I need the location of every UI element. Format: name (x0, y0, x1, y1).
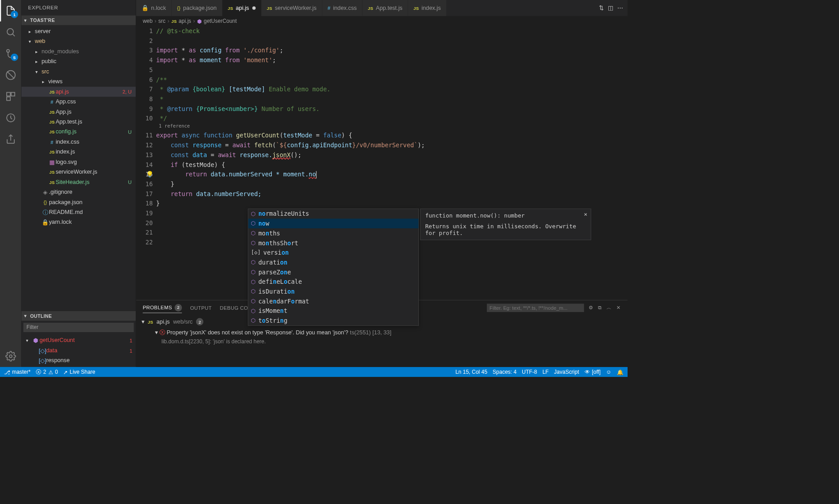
breadcrumb[interactable]: web› src› JSapi.js› ⬢getUserCount (136, 16, 628, 26)
suggest-item[interactable]: ⬡defineLocale (248, 277, 418, 287)
svg-point-1 (7, 50, 9, 52)
more-icon[interactable]: ⋯ (617, 4, 623, 12)
tree-node-modules[interactable]: node_modules (22, 47, 136, 56)
suggest-item[interactable]: [◇]version (248, 248, 418, 258)
tree-indexjs[interactable]: JSindex.js (22, 147, 136, 157)
problem-subitem[interactable]: lib.dom.d.ts[2230, 5]: 'json' is declare… (142, 337, 622, 346)
tree-web[interactable]: web (22, 37, 136, 47)
suggest-item[interactable]: ⬡months (248, 228, 418, 238)
tab-indexjs[interactable]: JSindex.js (408, 0, 447, 16)
tree-pkg[interactable]: {}package.json (22, 197, 136, 207)
split-icon[interactable]: ◫ (608, 4, 613, 12)
tree-apptest[interactable]: JSApp.test.js (22, 117, 136, 127)
suggest-item[interactable]: ⬡toString (248, 316, 418, 325)
status-eol[interactable]: LF (542, 369, 549, 375)
svg-rect-5 (11, 92, 15, 96)
explorer-badge: 1 (11, 11, 18, 18)
suggest-item[interactable]: ⬡isMoment (248, 306, 418, 316)
section-project[interactable]: ▾ TOAST'RE (22, 15, 136, 25)
activity-extensions[interactable] (0, 85, 22, 107)
outline-filter[interactable]: Filter (23, 323, 133, 332)
scm-badge: 5 (11, 54, 18, 61)
status-liveshare[interactable]: ↗ Live Share (63, 369, 95, 375)
activity-explorer[interactable]: 1 (0, 0, 22, 21)
close-panel-icon[interactable]: ✕ (616, 305, 621, 311)
dirty-icon (252, 6, 255, 9)
suggest-item[interactable]: ⬡parseZone (248, 267, 418, 277)
activity-scm[interactable]: 5 (0, 43, 22, 64)
svg-point-0 (7, 29, 13, 35)
editor-body[interactable]: 12345678910 111213141516171819202122 // … (136, 26, 628, 300)
status-bar: ⎇ master* ⓧ 2 ⚠ 0 ↗ Live Share Ln 15, Co… (0, 367, 628, 377)
editor-group: 🔒n.lock {}package.json JSapi.js JSservic… (136, 0, 628, 367)
file-tree: server web node_modules public src views… (22, 25, 136, 311)
compare-icon[interactable]: ⇅ (599, 4, 603, 12)
tab-sw[interactable]: JSserviceWorker.js (262, 0, 323, 16)
status-ts[interactable]: 👁 [off] (585, 369, 601, 375)
tab-package[interactable]: {}package.json (172, 0, 222, 16)
panel-tab-problems[interactable]: PROBLEMS2 (143, 303, 182, 313)
code-lens[interactable]: 1 reference (156, 123, 628, 130)
outline-response[interactable]: [◇]response (22, 355, 136, 365)
suggest-item[interactable]: ⬡calendarFormat (248, 296, 418, 306)
tree-server[interactable]: server (22, 26, 136, 36)
outline-data[interactable]: [◇]data1 (22, 346, 136, 355)
status-lang[interactable]: JavaScript (554, 369, 579, 375)
svg-rect-6 (7, 97, 10, 100)
suggest-item[interactable]: ⬡normalizeUnits (248, 209, 418, 219)
activity-search[interactable] (0, 21, 22, 43)
sidebar-title: EXPLORER (22, 0, 136, 15)
tab-yarn[interactable]: 🔒n.lock (136, 0, 172, 16)
tree-gitignore[interactable]: ◈.gitignore (22, 187, 136, 197)
outline-tree: ⬢getUserCount1 [◇]data1 [◇]response (22, 334, 136, 367)
close-icon[interactable]: × (584, 211, 588, 218)
panel-tab-output[interactable]: OUTPUT (190, 303, 211, 312)
suggest-detail: × function moment.now(): number Returns … (420, 209, 591, 240)
tree-sw[interactable]: JSserviceWorker.js (22, 167, 136, 177)
problem-item[interactable]: ▾ ⓧ Property 'jsonX' does not exist on t… (142, 327, 622, 337)
suggest-widget[interactable]: ⬡normalizeUnits ⬡now ⬡months ⬡monthsShor… (248, 209, 419, 326)
line-gutter: 12345678910 111213141516171819202122 (136, 26, 156, 300)
tab-bar: 🔒n.lock {}package.json JSapi.js JSservic… (136, 0, 628, 16)
suggest-item[interactable]: ⬡isDuration (248, 286, 418, 296)
outline-fn[interactable]: ⬢getUserCount1 (22, 335, 136, 345)
svg-rect-4 (7, 92, 10, 96)
activity-debug[interactable] (0, 64, 22, 86)
tree-yarn[interactable]: 🔒yarn.lock (22, 217, 136, 227)
collapse-icon[interactable]: ⧉ (598, 305, 602, 311)
activity-bar: 1 5 (0, 0, 22, 367)
tree-appcss[interactable]: #App.css (22, 97, 136, 107)
status-spaces[interactable]: Spaces: 4 (493, 369, 516, 375)
tree-src[interactable]: src (22, 67, 136, 77)
sidebar: EXPLORER ▾ TOAST'RE server web node_modu… (22, 0, 136, 367)
suggest-item-selected[interactable]: ⬡now (248, 218, 418, 228)
status-errors[interactable]: ⓧ 2 ⚠ 0 (36, 368, 58, 376)
status-cursor[interactable]: Ln 15, Col 45 (456, 369, 487, 375)
activity-settings[interactable] (0, 346, 22, 367)
section-outline[interactable]: ▾ OUTLINE (22, 311, 136, 320)
tab-apptest[interactable]: JSApp.test.js (362, 0, 408, 16)
status-feedback-icon[interactable]: ☺ (606, 369, 611, 375)
tab-indexcss[interactable]: #index.css (322, 0, 362, 16)
activity-share[interactable] (0, 128, 22, 150)
tree-indexcss[interactable]: #index.css (22, 137, 136, 147)
tree-sh[interactable]: JSSiteHeader.jsU (22, 177, 136, 187)
tree-api[interactable]: JSapi.js2, U (22, 87, 136, 97)
filter-settings-icon[interactable]: ⚙ (589, 305, 593, 311)
tree-public[interactable]: public (22, 56, 136, 66)
tree-readme[interactable]: ⓘREADME.md (22, 207, 136, 217)
tree-appjs[interactable]: JSApp.js (22, 107, 136, 117)
tree-views[interactable]: views (22, 77, 136, 86)
tab-api[interactable]: JSapi.js (222, 0, 261, 16)
lightbulb-icon[interactable]: 💡 (146, 169, 153, 179)
suggest-item[interactable]: ⬡duration (248, 257, 418, 267)
tree-config[interactable]: JSconfig.jsU (22, 127, 136, 137)
status-bell-icon[interactable]: 🔔 (617, 369, 624, 375)
status-encoding[interactable]: UTF-8 (522, 369, 537, 375)
status-branch[interactable]: ⎇ master* (4, 369, 30, 375)
chevron-up-icon[interactable]: ︿ (607, 304, 612, 311)
tree-logo[interactable]: ▦logo.svg (22, 157, 136, 167)
panel-filter[interactable] (487, 303, 584, 312)
suggest-item[interactable]: ⬡monthsShort (248, 238, 418, 248)
activity-history[interactable] (0, 107, 22, 128)
